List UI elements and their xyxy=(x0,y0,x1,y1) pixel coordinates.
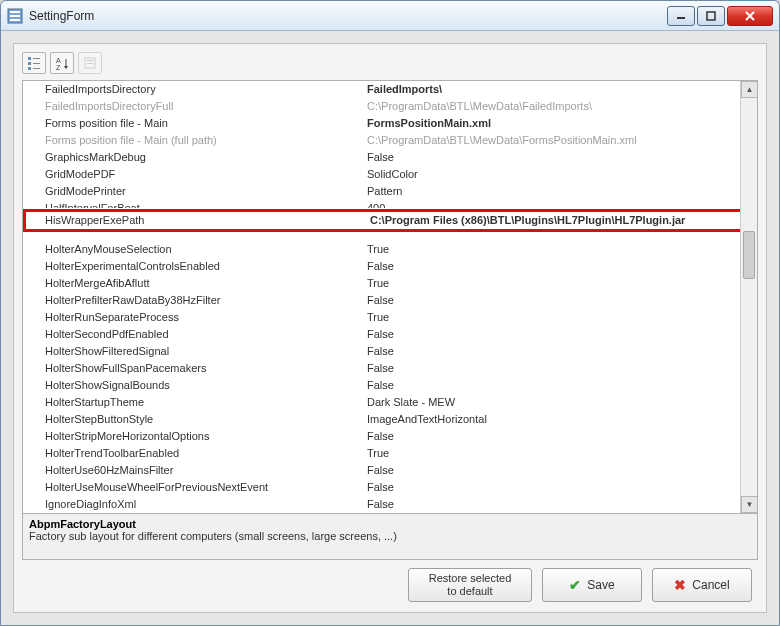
property-key: HolterMergeAfibAflutt xyxy=(23,275,363,292)
svg-text:Z: Z xyxy=(56,64,61,70)
property-key: HolterPrefilterRawDataBy38HzFilter xyxy=(23,292,363,309)
restore-selected-button[interactable]: Restore selected to default xyxy=(408,568,532,602)
alphabetical-button[interactable]: A Z xyxy=(50,52,74,74)
cancel-label: Cancel xyxy=(692,578,729,592)
check-icon: ✔ xyxy=(569,577,581,593)
property-value[interactable]: 400 xyxy=(363,200,757,208)
svg-rect-10 xyxy=(28,62,31,65)
property-row[interactable]: HolterAllowSortingByTimeFalse xyxy=(23,233,757,241)
property-key: HalfIntervalForBeat xyxy=(23,200,363,208)
maximize-button[interactable] xyxy=(697,6,725,26)
property-row[interactable]: HolterStartupThemeDark Slate - MEW xyxy=(23,394,757,411)
property-value[interactable]: False xyxy=(363,326,757,343)
property-value[interactable]: False xyxy=(363,377,757,394)
property-row[interactable]: IgnoreDiagInfoXmlFalse xyxy=(23,496,757,513)
property-value[interactable]: False xyxy=(363,479,757,496)
property-pages-button xyxy=(78,52,102,74)
property-key: HolterAnyMouseSelection xyxy=(23,241,363,258)
property-value[interactable]: True xyxy=(363,241,757,258)
property-row[interactable]: GraphicsMarkDebugFalse xyxy=(23,149,757,166)
property-value[interactable]: True xyxy=(363,309,757,326)
svg-text:A: A xyxy=(56,57,61,64)
window-title: SettingForm xyxy=(29,9,667,23)
setting-form-window: SettingForm xyxy=(0,0,780,626)
property-row[interactable]: FailedImportsDirectoryFailedImports\ xyxy=(23,81,757,98)
property-value[interactable]: FailedImports\ xyxy=(363,81,757,98)
close-button[interactable] xyxy=(727,6,773,26)
property-row[interactable]: FailedImportsDirectoryFullC:\ProgramData… xyxy=(23,98,757,115)
property-row[interactable]: HolterMergeAfibAfluttTrue xyxy=(23,275,757,292)
property-value[interactable]: C:\ProgramData\BTL\MewData\FailedImports… xyxy=(363,98,757,115)
dialog-buttons: Restore selected to default ✔ Save ✖ Can… xyxy=(22,568,758,602)
description-title: AbpmFactoryLayout xyxy=(29,518,751,530)
svg-rect-19 xyxy=(87,60,93,61)
property-row[interactable]: HolterShowFullSpanPacemakersFalse xyxy=(23,360,757,377)
property-row[interactable]: HolterStepButtonStyleImageAndTextHorizon… xyxy=(23,411,757,428)
property-value[interactable]: False xyxy=(363,428,757,445)
property-row[interactable]: HolterExperimentalControlsEnabledFalse xyxy=(23,258,757,275)
property-key: HolterExperimentalControlsEnabled xyxy=(23,258,363,275)
property-row[interactable]: HolterShowSignalBoundsFalse xyxy=(23,377,757,394)
save-button[interactable]: ✔ Save xyxy=(542,568,642,602)
property-row[interactable]: Forms position file - MainFormsPositionM… xyxy=(23,115,757,132)
property-row[interactable]: GridModePrinterPattern xyxy=(23,183,757,200)
property-key: GraphicsMarkDebug xyxy=(23,149,363,166)
property-key: HolterTrendToolbarEnabled xyxy=(23,445,363,462)
property-value[interactable]: Dark Slate - MEW xyxy=(363,394,757,411)
property-key: HolterRunSeparateProcess xyxy=(23,309,363,326)
property-value[interactable]: True xyxy=(363,275,757,292)
property-row[interactable]: HalfIntervalForBeat400 xyxy=(23,200,757,208)
property-row[interactable]: HolterStripMoreHorizontalOptionsFalse xyxy=(23,428,757,445)
property-value[interactable]: False xyxy=(363,496,757,513)
property-key: HolterShowSignalBounds xyxy=(23,377,363,394)
svg-rect-13 xyxy=(33,68,40,69)
property-value[interactable]: C:\ProgramData\BTL\MewData\FormsPosition… xyxy=(363,132,757,149)
property-key: GridModePDF xyxy=(23,166,363,183)
property-key: HolterStepButtonStyle xyxy=(23,411,363,428)
property-row[interactable]: HolterShowFilteredSignalFalse xyxy=(23,343,757,360)
property-value[interactable]: False xyxy=(363,462,757,479)
property-value[interactable]: False xyxy=(363,360,757,377)
property-value[interactable]: False xyxy=(363,149,757,166)
property-value[interactable]: Pattern xyxy=(363,183,757,200)
property-value[interactable]: True xyxy=(363,445,757,462)
property-row[interactable]: HolterRunSeparateProcessTrue xyxy=(23,309,757,326)
scroll-thumb[interactable] xyxy=(743,231,755,279)
vertical-scrollbar[interactable]: ▲ ▼ xyxy=(740,81,757,513)
categorized-button[interactable] xyxy=(22,52,46,74)
property-value[interactable]: False xyxy=(363,343,757,360)
titlebar[interactable]: SettingForm xyxy=(1,1,779,31)
svg-rect-5 xyxy=(707,12,715,20)
property-key: IgnoreDiagInfoXml xyxy=(23,496,363,513)
property-value[interactable]: SolidColor xyxy=(363,166,757,183)
property-value[interactable]: C:\Program Files (x86)\BTL\Plugins\HL7Pl… xyxy=(366,212,754,229)
property-row[interactable]: HolterUseMouseWheelForPreviousNextEventF… xyxy=(23,479,757,496)
property-value[interactable]: ImageAndTextHorizontal xyxy=(363,411,757,428)
property-row[interactable]: HolterUse60HzMainsFilterFalse xyxy=(23,462,757,479)
property-key: Forms position file - Main xyxy=(23,115,363,132)
property-key: HolterShowFullSpanPacemakers xyxy=(23,360,363,377)
property-key: HolterSecondPdfEnabled xyxy=(23,326,363,343)
property-value[interactable]: False xyxy=(363,292,757,309)
property-key: HisWrapperExePath xyxy=(26,212,366,229)
property-value[interactable]: FormsPositionMain.xml xyxy=(363,115,757,132)
property-row[interactable]: HolterTrendToolbarEnabledTrue xyxy=(23,445,757,462)
svg-rect-12 xyxy=(28,67,31,70)
svg-rect-1 xyxy=(10,11,20,13)
property-row[interactable]: HisWrapperExePathC:\Program Files (x86)\… xyxy=(23,209,757,232)
save-label: Save xyxy=(587,578,614,592)
svg-marker-17 xyxy=(64,66,68,69)
property-row[interactable]: HolterSecondPdfEnabledFalse xyxy=(23,326,757,343)
property-row[interactable]: GridModePDFSolidColor xyxy=(23,166,757,183)
cancel-button[interactable]: ✖ Cancel xyxy=(652,568,752,602)
property-grid-rows[interactable]: FailedImportsDirectoryFailedImports\Fail… xyxy=(23,81,757,513)
property-value[interactable]: False xyxy=(363,258,757,275)
settings-panel: A Z FailedImportsDirectoryFailedImports\… xyxy=(13,43,767,613)
property-row[interactable]: Forms position file - Main (full path)C:… xyxy=(23,132,757,149)
property-row[interactable]: HolterAnyMouseSelectionTrue xyxy=(23,241,757,258)
property-row[interactable]: HolterPrefilterRawDataBy38HzFilterFalse xyxy=(23,292,757,309)
scroll-down-button[interactable]: ▼ xyxy=(741,496,757,513)
minimize-button[interactable] xyxy=(667,6,695,26)
scroll-up-button[interactable]: ▲ xyxy=(741,81,757,98)
svg-rect-8 xyxy=(28,57,31,60)
